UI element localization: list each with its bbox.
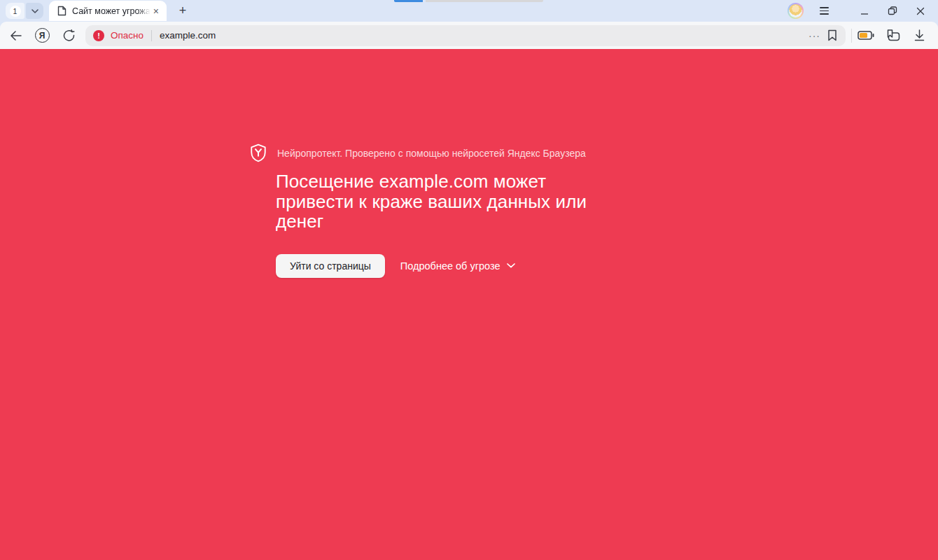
tab-strip-progress xyxy=(394,0,543,2)
restore-icon xyxy=(888,6,897,15)
threat-details-label: Подробнее об угрозе xyxy=(400,260,500,272)
action-row: Уйти со страницы Подробнее об угрозе xyxy=(276,254,641,278)
protect-label: Нейропротект. Проверено с помощью нейрос… xyxy=(277,148,586,159)
browser-menu-button[interactable] xyxy=(816,7,832,15)
security-status-label[interactable]: Опасно xyxy=(111,30,144,41)
yandex-logo-icon: Я xyxy=(35,28,50,43)
address-bar[interactable]: ! Опасно example.com ··· xyxy=(85,25,846,46)
download-icon xyxy=(914,29,925,41)
page-title: Посещение example.com может привести к к… xyxy=(276,172,627,232)
chevron-down-icon xyxy=(507,263,515,268)
urlbar-divider xyxy=(151,30,152,41)
chevron-down-icon xyxy=(31,9,38,13)
protect-header: Нейропротект. Проверено с помощью нейрос… xyxy=(249,144,641,162)
navigation-toolbar: Я ! Опасно example.com ··· xyxy=(0,22,938,49)
tab-list-dropdown-button[interactable] xyxy=(26,3,43,19)
yandex-home-button[interactable]: Я xyxy=(32,26,52,46)
threat-details-link[interactable]: Подробнее об угрозе xyxy=(400,260,515,272)
battery-saver-button[interactable] xyxy=(856,26,876,46)
tab-count-badge: 1 xyxy=(10,6,21,17)
bookmark-button[interactable] xyxy=(826,28,839,43)
side-panel-icon xyxy=(886,29,900,41)
window-restore-button[interactable] xyxy=(883,3,902,20)
browser-window: 1 Сайт может угрожать безопасности × + xyxy=(0,0,938,560)
back-arrow-icon xyxy=(10,31,22,41)
close-icon xyxy=(916,7,925,15)
extensions-overflow-button[interactable]: ··· xyxy=(803,30,826,41)
warning-content: Нейропротект. Проверено с помощью нейрос… xyxy=(249,144,641,278)
reload-button[interactable] xyxy=(59,26,78,46)
avatar-image xyxy=(789,4,802,18)
tab-title: Сайт может угрожать безопасности xyxy=(72,6,152,16)
page-document-icon xyxy=(57,6,66,16)
window-close-button[interactable] xyxy=(911,3,930,20)
progress-track-segment xyxy=(426,0,543,2)
tab-active[interactable]: Сайт может угрожать безопасности × xyxy=(49,1,167,21)
leave-page-button[interactable]: Уйти со страницы xyxy=(276,254,385,278)
danger-badge-icon[interactable]: ! xyxy=(93,30,104,41)
side-panel-button[interactable] xyxy=(883,26,902,46)
downloads-button[interactable] xyxy=(909,26,929,46)
window-minimize-button[interactable] xyxy=(855,3,874,20)
minimize-icon xyxy=(860,7,869,15)
bookmark-flag-icon xyxy=(827,29,837,41)
profile-avatar[interactable] xyxy=(788,3,804,19)
security-warning-page: Нейропротект. Проверено с помощью нейрос… xyxy=(0,49,938,560)
reload-icon xyxy=(63,29,75,41)
url-text[interactable]: example.com xyxy=(160,30,216,41)
protect-shield-icon xyxy=(249,144,267,162)
back-button[interactable] xyxy=(6,26,25,46)
tab-bar: 1 Сайт может угрожать безопасности × + xyxy=(0,0,938,22)
toolbar-divider xyxy=(851,29,852,43)
tab-count-button[interactable]: 1 xyxy=(6,3,24,19)
progress-filled-segment xyxy=(394,0,423,2)
new-tab-button[interactable]: + xyxy=(174,2,192,20)
tab-close-icon[interactable]: × xyxy=(152,5,160,18)
battery-icon xyxy=(858,31,874,40)
